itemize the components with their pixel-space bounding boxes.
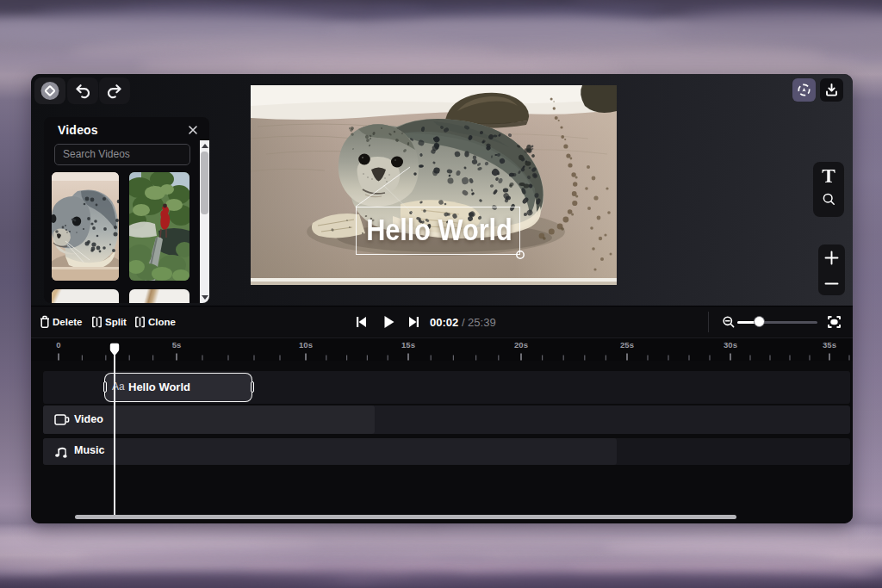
svg-text:25s: 25s (620, 340, 634, 350)
svg-text:30s: 30s (724, 340, 737, 350)
svg-text:5s: 5s (172, 340, 182, 350)
svg-text:20s: 20s (514, 340, 528, 350)
svg-text:10s: 10s (299, 340, 313, 350)
svg-text:0: 0 (56, 340, 60, 350)
svg-text:15s: 15s (401, 340, 415, 350)
svg-text:35s: 35s (823, 340, 836, 350)
